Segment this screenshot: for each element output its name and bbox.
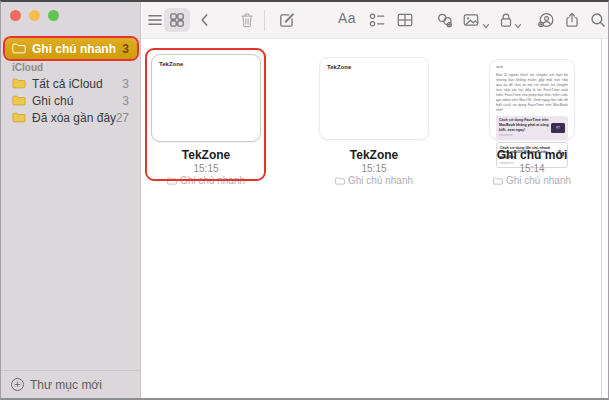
- quote-glyph: ❝❝: [496, 65, 568, 71]
- search-icon: [589, 11, 607, 29]
- list-view-icon: [146, 11, 164, 29]
- note-time: 15:15: [319, 163, 429, 174]
- main-area: Aa: [142, 2, 608, 398]
- folder-icon: [493, 177, 503, 185]
- note-count-badge: 3: [122, 42, 129, 56]
- media-button[interactable]: [462, 11, 480, 29]
- link-thumbnail-image: FT: [551, 123, 565, 133]
- scrollbar-track[interactable]: [601, 39, 602, 398]
- folder-icon: [12, 112, 26, 123]
- sidebar: Ghi chú nhanh 3 iCloud Tất cả iCloud 3 G…: [1, 2, 141, 398]
- lock-button[interactable]: [497, 11, 515, 29]
- link-button[interactable]: [436, 11, 454, 29]
- note-count-badge: 27: [116, 111, 129, 125]
- gallery-view-icon: [168, 11, 186, 29]
- media-icon: [462, 11, 480, 29]
- zoom-window-button[interactable]: [48, 10, 59, 21]
- new-folder-label: Thư mục mới: [30, 378, 102, 392]
- note-folder: Ghi chú nhanh: [467, 175, 597, 186]
- plus-circle-icon: +: [11, 378, 24, 391]
- sidebar-item-label: Tất cả iCloud: [32, 77, 122, 91]
- note-title: TekZone: [141, 148, 271, 162]
- delete-note-button[interactable]: [238, 11, 256, 29]
- toolbar: Aa: [142, 2, 608, 39]
- note-thumbnail[interactable]: TekZone: [319, 57, 429, 140]
- add-people-icon: [537, 11, 555, 29]
- search-button[interactable]: [589, 11, 607, 29]
- note-count-badge: 3: [122, 94, 129, 108]
- sidebar-item-label: Ghi chú nhanh: [32, 42, 122, 56]
- note-folder: Ghi chú nhanh: [309, 175, 439, 186]
- new-folder-button[interactable]: + Thư mục mới: [1, 370, 140, 398]
- note-preview-text: TekZone: [320, 58, 428, 70]
- table-button[interactable]: [396, 11, 414, 29]
- note-card[interactable]: ❝❝ Bạn là người thích trò chuyện với bạn…: [477, 48, 587, 188]
- note-folder-label: Ghi chú nhanh: [348, 175, 413, 186]
- note-title: Ghi chú mới: [467, 148, 597, 162]
- share-button[interactable]: [563, 11, 581, 29]
- list-view-button[interactable]: [146, 11, 164, 29]
- folder-icon: [12, 95, 26, 106]
- lock-chevron-down-icon[interactable]: [514, 16, 522, 24]
- note-count-badge: 3: [122, 77, 129, 91]
- notes-app-window: Ghi chú nhanh 3 iCloud Tất cả iCloud 3 G…: [0, 0, 609, 400]
- checklist-button[interactable]: [368, 11, 386, 29]
- link-url: tekzone.vn: [499, 133, 549, 137]
- sidebar-item-label: Đã xóa gần đây: [32, 111, 116, 125]
- sidebar-item-label: Ghi chú: [32, 94, 122, 108]
- note-folder: Ghi chú nhanh: [141, 175, 271, 186]
- chevron-left-icon: [196, 11, 214, 29]
- note-time: 15:14: [477, 163, 587, 174]
- note-folder-label: Ghi chú nhanh: [180, 175, 245, 186]
- format-button[interactable]: Aa: [338, 10, 356, 28]
- minimize-window-button[interactable]: [29, 10, 40, 21]
- folder-icon: [335, 177, 345, 185]
- window-controls: [10, 10, 59, 21]
- link-title: Cách sử dụng FaceTime trên MacBook không…: [499, 118, 549, 132]
- checklist-icon: [368, 11, 386, 29]
- trash-icon: [238, 11, 256, 29]
- table-icon: [396, 11, 414, 29]
- sidebar-item-quick-notes[interactable]: Ghi chú nhanh 3: [5, 38, 137, 59]
- toolbar-divider: [264, 10, 265, 31]
- note-time: 15:15: [151, 163, 261, 174]
- note-title: TekZone: [309, 148, 439, 162]
- folder-icon: [12, 78, 26, 89]
- note-preview-text: TekZone: [152, 55, 260, 67]
- folder-icon: [167, 177, 177, 185]
- gallery-view-button[interactable]: [168, 11, 186, 29]
- sidebar-section-icloud: iCloud: [12, 62, 43, 73]
- folder-icon: [12, 43, 26, 54]
- note-card[interactable]: TekZone TekZone 15:15 Ghi chú nhanh: [151, 48, 261, 188]
- note-thumbnail[interactable]: TekZone: [151, 54, 261, 142]
- close-window-button[interactable]: [10, 10, 21, 21]
- lock-icon: [497, 11, 515, 29]
- note-preview-text: Bạn là người thích trò chuyện với bạn bè…: [496, 73, 568, 113]
- note-folder-label: Ghi chú nhanh: [506, 175, 571, 186]
- note-card[interactable]: TekZone TekZone 15:15 Ghi chú nhanh: [319, 48, 429, 188]
- share-icon: [563, 11, 581, 29]
- note-thumbnail[interactable]: ❝❝ Bạn là người thích trò chuyện với bạn…: [489, 59, 575, 140]
- new-note-button[interactable]: [278, 11, 296, 29]
- link-preview-card: Cách sử dụng FaceTime trên MacBook không…: [496, 116, 568, 140]
- collaborate-button[interactable]: [537, 11, 555, 29]
- media-chevron-down-icon[interactable]: [482, 16, 490, 24]
- back-button[interactable]: [196, 11, 214, 29]
- compose-icon: [278, 11, 296, 29]
- sidebar-item-recently-deleted[interactable]: Đã xóa gần đây 27: [5, 107, 137, 128]
- link-icon: [436, 11, 454, 29]
